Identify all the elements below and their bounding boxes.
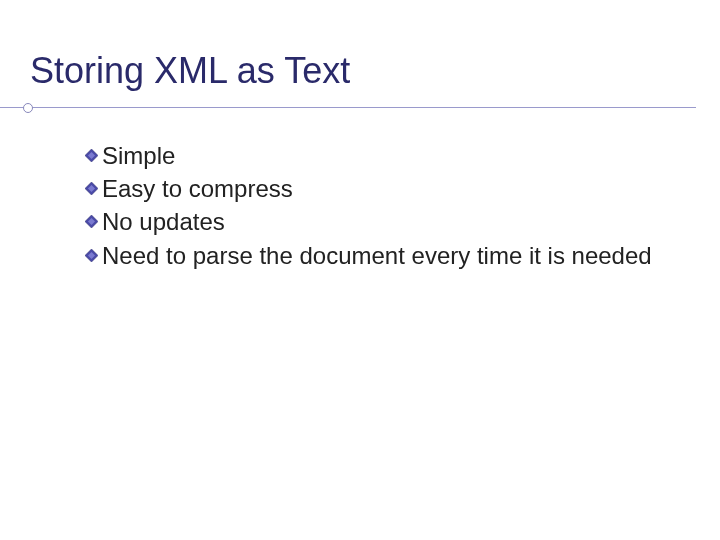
- diamond-bullet-icon: [85, 181, 98, 194]
- diamond-bullet-icon: [85, 214, 98, 227]
- title-underline: [0, 107, 696, 108]
- list-item: Simple: [85, 140, 680, 171]
- bullet-text: Need to parse the document every time it…: [102, 240, 652, 271]
- bullet-text: No updates: [102, 206, 225, 237]
- title-area: Storing XML as Text: [0, 50, 720, 110]
- diamond-bullet-icon: [85, 248, 98, 261]
- list-item: Need to parse the document every time it…: [85, 240, 680, 271]
- list-item: No updates: [85, 206, 680, 237]
- list-item: Easy to compress: [85, 173, 680, 204]
- bullet-text: Easy to compress: [102, 173, 293, 204]
- title-dot-icon: [23, 103, 33, 113]
- bullet-text: Simple: [102, 140, 175, 171]
- diamond-bullet-icon: [85, 148, 98, 161]
- slide-title: Storing XML as Text: [30, 50, 720, 92]
- slide: Storing XML as Text Simple Easy to compr…: [0, 0, 720, 540]
- content-area: Simple Easy to compress No updates: [0, 110, 720, 271]
